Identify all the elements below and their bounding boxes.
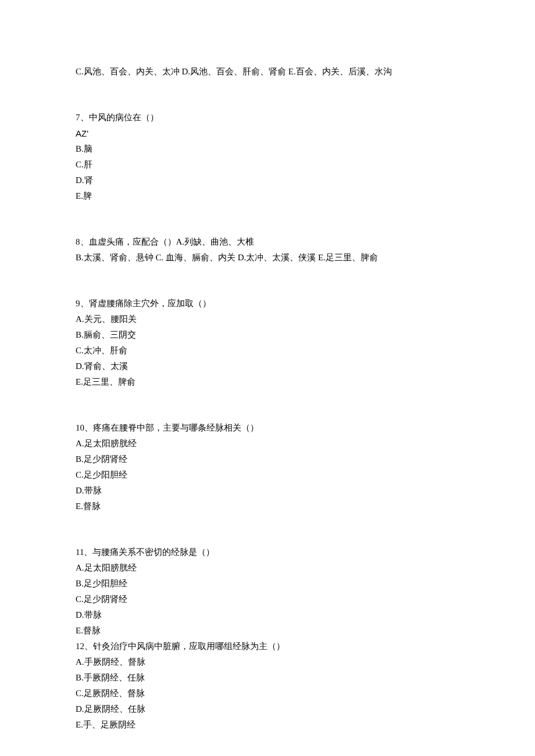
question-12-option-c: C.足厥阴经、督脉 [76, 686, 459, 701]
question-11-option-e: E.督脉 [76, 623, 459, 639]
question-8-line2: B.太溪、肾俞、悬钟 C. 血海、膈俞、内关 D.太冲、太溪、侠溪 E.足三里、… [76, 250, 459, 266]
question-6-remainder: C.风池、百会、内关、太冲 D.风池、百会、肝俞、肾俞 E.百会、内关、后溪、水… [76, 64, 459, 80]
question-7-option-e: E.脾 [76, 188, 459, 204]
question-9-option-d: D.肾俞、太溪 [76, 359, 459, 374]
question-10-option-e: E.督脉 [76, 499, 459, 514]
question-8-line1: 8、血虚头痛，应配合（）A.列缺、曲池、大椎 [76, 234, 459, 250]
question-11-option-a: A.足太阳膀胱经 [76, 560, 459, 576]
question-11-option-c: C.足少阴肾经 [76, 592, 459, 607]
question-9-option-e: E.足三里、脾俞 [76, 374, 459, 390]
question-11-option-b: B.足少阳胆经 [76, 576, 459, 592]
question-9: 9、肾虚腰痛除主穴外，应加取（） A.关元、腰阳关 B.膈俞、三阴交 C.太冲、… [76, 296, 459, 390]
question-7-option-c: C.肝 [76, 157, 459, 173]
question-10-stem: 10、疼痛在腰脊中部，主要与哪条经脉相关（） [76, 420, 459, 436]
question-6-options-cde: C.风池、百会、内关、太冲 D.风池、百会、肝俞、肾俞 E.百会、内关、后溪、水… [76, 64, 459, 80]
question-9-option-b: B.膈俞、三阴交 [76, 327, 459, 343]
question-9-option-a: A.关元、腰阳关 [76, 311, 459, 327]
question-10-option-a: A.足太阳膀胱经 [76, 436, 459, 452]
question-11-option-d: D.带脉 [76, 607, 459, 623]
question-10: 10、疼痛在腰脊中部，主要与哪条经脉相关（） A.足太阳膀胱经 B.足少阴肾经 … [76, 420, 459, 514]
question-7-option-b: B.脑 [76, 141, 459, 157]
question-7-option-d: D.肾 [76, 173, 459, 188]
question-10-option-d: D.带脉 [76, 483, 459, 499]
question-10-option-c: C.足少阳胆经 [76, 467, 459, 483]
question-11: 11、与腰痛关系不密切的经脉是（） A.足太阳膀胱经 B.足少阳胆经 C.足少阴… [76, 544, 459, 639]
question-9-option-c: C.太冲、肝俞 [76, 343, 459, 359]
question-12-stem: 12、针灸治疗中风病中脏腑，应取用哪组经脉为主（） [76, 639, 459, 654]
question-12-option-e: E.手、足厥阴经 [76, 717, 459, 733]
question-12-option-d: D.足厥阴经、任脉 [76, 701, 459, 717]
question-9-stem: 9、肾虚腰痛除主穴外，应加取（） [76, 296, 459, 311]
question-12-option-b: B.手厥阴经、任脉 [76, 670, 459, 686]
question-12-option-a: A.手厥阴经、督脉 [76, 654, 459, 670]
question-10-option-b: B.足少阴肾经 [76, 452, 459, 467]
question-7-option-a: AZ' [76, 126, 459, 141]
question-12: 12、针灸治疗中风病中脏腑，应取用哪组经脉为主（） A.手厥阴经、督脉 B.手厥… [76, 639, 459, 733]
question-11-stem: 11、与腰痛关系不密切的经脉是（） [76, 544, 459, 560]
question-7-stem: 7、中风的病位在（） [76, 110, 459, 126]
question-8: 8、血虚头痛，应配合（）A.列缺、曲池、大椎 B.太溪、肾俞、悬钟 C. 血海、… [76, 234, 459, 266]
question-7: 7、中风的病位在（） AZ' B.脑 C.肝 D.肾 E.脾 [76, 110, 459, 204]
